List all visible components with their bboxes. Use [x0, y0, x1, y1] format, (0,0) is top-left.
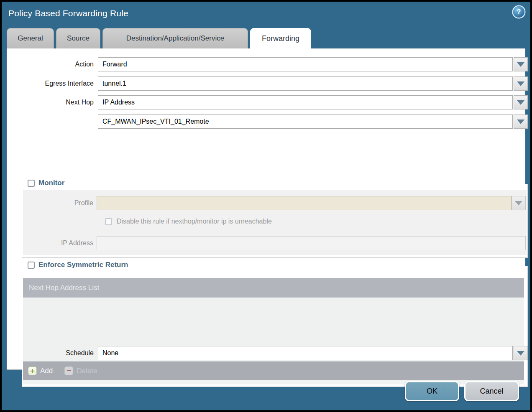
profile-select [97, 196, 512, 210]
tab-source[interactable]: Source [56, 28, 100, 48]
schedule-label: Schedule [7, 349, 94, 357]
monitor-ip-address-row: IP Address [23, 236, 527, 250]
egress-interface-dropdown-button[interactable] [514, 76, 528, 91]
monitor-group: Monitor Profile Disable this r [22, 184, 528, 258]
dialog-window: Policy Based Forwarding Rule ? General S… [0, 0, 532, 412]
enforce-symmetric-return-legend-label: Enforce Symmetric Return [38, 261, 128, 269]
monitor-ip-address-input [97, 236, 526, 250]
next-hop-address-row: CF_MWAN_IPsec_VTI_01_Remote [7, 114, 525, 129]
next-hop-address-list-header: Next Hop Address List [23, 278, 524, 298]
monitor-panel: Profile Disable this rule if nexthop/mon… [23, 190, 527, 255]
monitor-ip-address-label: IP Address [23, 239, 93, 247]
chevron-down-icon [515, 201, 522, 206]
action-label: Action [7, 61, 94, 68]
question-mark-glyph: ? [517, 8, 521, 16]
disable-rule-checkbox [105, 218, 112, 225]
schedule-select[interactable]: None [98, 346, 513, 360]
monitor-legend: Monitor [25, 179, 67, 187]
action-value: Forward [102, 61, 127, 68]
chevron-down-icon [517, 62, 524, 67]
ok-button[interactable]: OK [405, 381, 459, 401]
next-hop-address-value: CF_MWAN_IPsec_VTI_01_Remote [102, 118, 209, 125]
chevron-down-icon [517, 81, 524, 86]
next-hop-address-select[interactable]: CF_MWAN_IPsec_VTI_01_Remote [98, 114, 513, 129]
next-hop-select[interactable]: IP Address [98, 95, 513, 109]
egress-interface-row: Egress Interface tunnel.1 [7, 76, 525, 91]
add-button[interactable]: + Add [28, 366, 53, 375]
egress-interface-value: tunnel.1 [102, 80, 126, 87]
delete-button: − Delete [64, 366, 97, 375]
cancel-button[interactable]: Cancel [464, 381, 519, 401]
dialog-title: Policy Based Forwarding Rule [8, 8, 128, 18]
schedule-dropdown-button[interactable] [514, 346, 528, 360]
monitor-checkbox[interactable] [28, 180, 35, 187]
egress-interface-label: Egress Interface [7, 80, 94, 87]
delete-button-label: Delete [77, 367, 97, 375]
tab-forwarding[interactable]: Forwarding [250, 28, 311, 48]
forwarding-tab-panel: Action Forward Egress Interface tunnel.1 [7, 48, 525, 370]
next-hop-value: IP Address [102, 99, 135, 106]
profile-row: Profile [23, 196, 527, 210]
egress-interface-select[interactable]: tunnel.1 [98, 76, 513, 91]
enforce-symmetric-return-checkbox[interactable] [28, 262, 35, 269]
action-row: Action Forward [7, 57, 525, 71]
disable-rule-label: Disable this rule if nexthop/monitor ip … [117, 218, 272, 225]
profile-dropdown-button [512, 196, 526, 210]
tab-destination-application-service[interactable]: Destination/Application/Service [102, 28, 248, 48]
chevron-down-icon [517, 351, 524, 356]
chevron-down-icon [517, 100, 524, 105]
enforce-symmetric-return-group: Enforce Symmetric Return Next Hop Addres… [22, 266, 528, 387]
action-dropdown-button[interactable] [514, 57, 528, 71]
next-hop-row: Next Hop IP Address [7, 95, 525, 109]
schedule-row: Schedule None [7, 346, 525, 360]
schedule-value: None [102, 349, 118, 357]
next-hop-address-list-table: Next Hop Address List + Add − Delete [23, 278, 524, 384]
profile-label: Profile [23, 199, 93, 207]
disable-rule-row: Disable this rule if nexthop/monitor ip … [105, 218, 272, 225]
enforce-symmetric-return-legend: Enforce Symmetric Return [25, 261, 131, 269]
tab-bar: General Source Destination/Application/S… [7, 28, 311, 48]
tab-general[interactable]: General [7, 28, 54, 48]
plus-icon: + [28, 366, 37, 375]
next-hop-dropdown-button[interactable] [514, 95, 528, 109]
help-icon[interactable]: ? [513, 6, 524, 18]
policy-based-forwarding-dialog: Policy Based Forwarding Rule ? General S… [2, 2, 530, 410]
monitor-legend-label: Monitor [38, 179, 64, 187]
next-hop-address-dropdown-button[interactable] [514, 114, 528, 129]
add-button-label: Add [40, 367, 53, 375]
chevron-down-icon [517, 120, 524, 124]
next-hop-label: Next Hop [7, 99, 94, 106]
next-hop-address-list-toolbar: + Add − Delete [23, 361, 524, 380]
action-select[interactable]: Forward [98, 57, 513, 71]
minus-icon: − [64, 366, 73, 375]
